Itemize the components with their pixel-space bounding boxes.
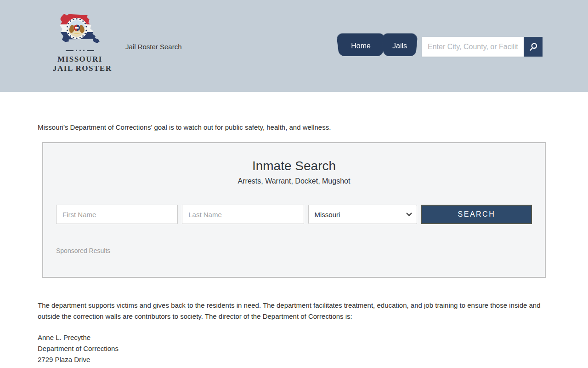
inmate-search-title: Inmate Search (56, 159, 532, 173)
site-header: MISSOURI JAIL ROSTER Jail Roster Search … (0, 0, 588, 92)
nav-tab-jails-label: Jails (392, 42, 407, 50)
nav-tab-jails[interactable]: Jails (384, 36, 416, 56)
contact-line-city: PO Box 236, Jefferson City, Missouri, 65… (38, 365, 550, 368)
missouri-state-flag-icon (55, 11, 105, 47)
sponsored-results-label: Sponsored Results (56, 247, 532, 254)
header-nav: Home Jails (339, 36, 543, 57)
contact-block: Anne L. Precythe Department of Correctio… (38, 332, 550, 368)
inmate-search-form: Missouri SEARCH (56, 205, 532, 224)
nav-tab-home[interactable]: Home (339, 36, 383, 56)
search-button[interactable]: SEARCH (421, 205, 532, 224)
contact-line-street: 2729 Plaza Drive (38, 354, 550, 365)
last-name-field[interactable] (182, 205, 304, 224)
site-logo[interactable]: MISSOURI JAIL ROSTER (53, 11, 107, 73)
missouri-seal-icon (66, 18, 88, 40)
logo-text-line1: MISSOURI (53, 55, 107, 64)
logo-text-line2: JAIL ROSTER (53, 64, 107, 73)
department-description: The department supports victims and give… (38, 300, 543, 322)
main-content: Missouri’s Department of Corrections’ go… (38, 123, 550, 368)
contact-line-director: Anne L. Precythe (38, 332, 550, 343)
magnifier-icon (528, 42, 538, 52)
contact-line-department: Department of Corrections (38, 343, 550, 354)
facility-search (422, 37, 543, 57)
inmate-search-panel: Inmate Search Arrests, Warrant, Docket, … (42, 142, 546, 278)
inmate-search-subtitle: Arrests, Warrant, Docket, Mugshot (56, 177, 532, 185)
intro-text: Missouri’s Department of Corrections’ go… (38, 123, 550, 131)
first-name-field[interactable] (56, 205, 178, 224)
nav-tab-home-label: Home (351, 42, 371, 50)
state-select-wrap: Missouri (308, 205, 417, 224)
logo-divider (66, 50, 94, 51)
facility-search-input[interactable] (422, 37, 524, 57)
facility-search-button[interactable] (524, 37, 543, 57)
state-select[interactable]: Missouri (308, 205, 417, 224)
page-title: Jail Roster Search (125, 43, 182, 51)
